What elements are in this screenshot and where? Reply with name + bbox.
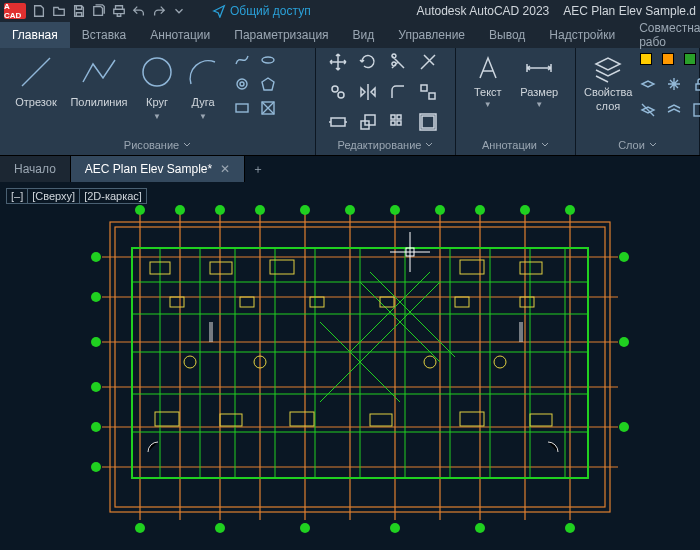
tool-layer-properties[interactable]: Свойства слоя <box>584 52 632 112</box>
svg-rect-80 <box>310 297 324 307</box>
tool-line[interactable]: Отрезок <box>8 52 64 132</box>
svg-point-109 <box>91 422 101 432</box>
viewport-minmax[interactable]: [–] <box>6 188 28 204</box>
new-icon[interactable] <box>32 4 46 18</box>
explode-icon[interactable] <box>418 82 438 102</box>
region-icon[interactable] <box>260 100 276 116</box>
tool-dimension[interactable]: Размер ▼ <box>512 52 567 109</box>
svg-point-97 <box>520 205 530 215</box>
svg-point-106 <box>91 292 101 302</box>
app-menu-button[interactable]: A CAD <box>4 3 26 19</box>
tool-dim-label: Размер <box>520 86 558 98</box>
ribbon-tab-collab[interactable]: Совместная рабо <box>627 22 700 48</box>
layer-walk-icon[interactable] <box>692 102 700 118</box>
layer-lock-icon[interactable] <box>692 76 700 92</box>
svg-rect-64 <box>210 262 232 274</box>
offset-icon[interactable] <box>418 112 438 132</box>
ribbon-tab-annotate[interactable]: Аннотации <box>138 22 222 48</box>
share-label: Общий доступ <box>230 4 311 18</box>
plot-icon[interactable] <box>112 4 126 18</box>
svg-rect-15 <box>391 121 395 125</box>
svg-rect-82 <box>455 297 469 307</box>
qat-dropdown-icon[interactable] <box>172 4 186 18</box>
redo-icon[interactable] <box>152 4 166 18</box>
layer-iso-icon[interactable] <box>640 76 656 92</box>
tool-text[interactable]: Текст ▼ <box>464 52 512 109</box>
drawing-canvas[interactable]: [–] [Сверху] [2D-каркас] <box>0 182 700 548</box>
scale-icon[interactable] <box>358 112 378 132</box>
hatch-icon[interactable] <box>234 76 250 92</box>
layer-off-icon[interactable] <box>640 102 656 118</box>
svg-point-1 <box>262 57 274 63</box>
svg-point-99 <box>135 523 145 533</box>
panel-draw-title[interactable]: Рисование <box>8 135 307 155</box>
new-tab-button[interactable]: ＋ <box>245 156 271 182</box>
bulb-icon <box>640 53 652 65</box>
ribbon-tab-parametric[interactable]: Параметризация <box>222 22 340 48</box>
rectangle-icon[interactable] <box>234 100 250 116</box>
document-name: AEC Plan Elev Sample.d <box>563 4 696 18</box>
panel-modify-title-label: Редактирование <box>338 139 422 151</box>
stretch-icon[interactable] <box>328 112 348 132</box>
panel-annotation-title[interactable]: Аннотации <box>464 135 567 155</box>
svg-rect-20 <box>694 104 700 116</box>
tool-text-label: Текст <box>474 86 502 98</box>
mirror-icon[interactable] <box>358 82 378 102</box>
dimension-icon <box>523 52 555 84</box>
svg-rect-12 <box>365 115 375 125</box>
circle-icon <box>137 52 177 92</box>
layer-freeze-icon[interactable] <box>666 76 682 92</box>
ribbon-tab-view[interactable]: Вид <box>341 22 387 48</box>
svg-rect-9 <box>429 93 435 99</box>
svg-point-77 <box>494 356 506 368</box>
layer-state-row[interactable]: TEX <box>640 52 700 66</box>
ribbon-tab-output[interactable]: Вывод <box>477 22 537 48</box>
svg-point-110 <box>91 462 101 472</box>
chevron-down-icon: ▼ <box>153 112 161 121</box>
panel-annotation-title-label: Аннотации <box>482 139 537 151</box>
trim-icon[interactable] <box>388 52 408 72</box>
spline-icon[interactable] <box>234 52 250 68</box>
panel-draw: Отрезок Полилиния Круг ▼ Дуга ▼ <box>0 48 316 155</box>
ribbon-tab-insert[interactable]: Вставка <box>70 22 139 48</box>
doc-tab-current[interactable]: AEC Plan Elev Sample* ✕ <box>71 156 245 182</box>
fillet-icon[interactable] <box>388 82 408 102</box>
panel-draw-title-label: Рисование <box>124 139 179 151</box>
svg-point-2 <box>237 79 247 89</box>
svg-rect-4 <box>236 104 248 112</box>
tool-arc-label: Дуга <box>191 96 214 108</box>
line-icon <box>16 52 56 92</box>
polygon-icon[interactable] <box>260 76 276 92</box>
share-button[interactable]: Общий доступ <box>212 4 311 18</box>
array-icon[interactable] <box>388 112 408 132</box>
save-icon[interactable] <box>72 4 86 18</box>
svg-point-7 <box>338 92 344 98</box>
close-icon[interactable]: ✕ <box>220 162 230 176</box>
erase-icon[interactable] <box>418 52 438 72</box>
saveall-icon[interactable] <box>92 4 106 18</box>
tool-arc[interactable]: Дуга ▼ <box>180 52 226 132</box>
copy-icon[interactable] <box>328 82 348 102</box>
doc-tab-start[interactable]: Начало <box>0 156 71 182</box>
ribbon-tab-addins[interactable]: Надстройки <box>537 22 627 48</box>
ribbon-tab-home[interactable]: Главная <box>0 22 70 48</box>
ribbon-tab-manage[interactable]: Управление <box>386 22 477 48</box>
svg-point-94 <box>390 205 400 215</box>
svg-rect-13 <box>391 115 395 119</box>
doc-tab-start-label: Начало <box>14 162 56 176</box>
svg-point-103 <box>475 523 485 533</box>
move-icon[interactable] <box>328 52 348 72</box>
undo-icon[interactable] <box>132 4 146 18</box>
panel-layers-title[interactable]: Слои <box>584 135 691 155</box>
tool-polyline[interactable]: Полилиния <box>64 52 134 132</box>
svg-point-101 <box>300 523 310 533</box>
rotate-icon[interactable] <box>358 52 378 72</box>
ellipse-icon[interactable] <box>260 52 276 68</box>
open-icon[interactable] <box>52 4 66 18</box>
svg-point-91 <box>255 205 265 215</box>
tool-circle[interactable]: Круг ▼ <box>134 52 180 132</box>
layer-prev-icon[interactable] <box>666 102 682 118</box>
svg-rect-67 <box>520 262 542 274</box>
tool-polyline-label: Полилиния <box>70 96 127 108</box>
panel-modify-title[interactable]: Редактирование <box>324 135 447 155</box>
